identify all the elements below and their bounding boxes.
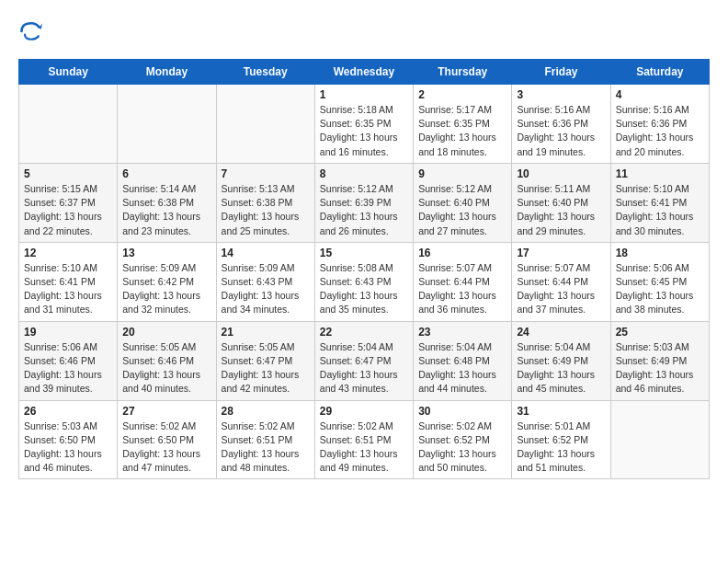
day-info: Sunrise: 5:17 AM Sunset: 6:35 PM Dayligh… [418,103,506,159]
day-number: 1 [320,88,408,101]
calendar-cell: 19Sunrise: 5:06 AM Sunset: 6:46 PM Dayli… [19,321,118,400]
day-of-week-header: Saturday [610,60,709,85]
calendar-cell: 2Sunrise: 5:17 AM Sunset: 6:35 PM Daylig… [414,85,512,164]
day-of-week-header: Sunday [19,60,118,85]
day-info: Sunrise: 5:05 AM Sunset: 6:46 PM Dayligh… [122,340,210,396]
day-info: Sunrise: 5:07 AM Sunset: 6:44 PM Dayligh… [517,261,605,317]
calendar-cell: 27Sunrise: 5:02 AM Sunset: 6:50 PM Dayli… [118,400,216,479]
day-info: Sunrise: 5:02 AM Sunset: 6:51 PM Dayligh… [222,419,310,476]
day-info: Sunrise: 5:16 AM Sunset: 6:36 PM Dayligh… [616,103,704,159]
day-info: Sunrise: 5:02 AM Sunset: 6:50 PM Dayligh… [122,419,210,476]
day-info: Sunrise: 5:08 AM Sunset: 6:43 PM Dayligh… [320,261,408,317]
day-number: 5 [24,167,112,180]
calendar-week-row: 5Sunrise: 5:15 AM Sunset: 6:37 PM Daylig… [19,163,710,242]
day-info: Sunrise: 5:12 AM Sunset: 6:40 PM Dayligh… [418,182,506,238]
day-info: Sunrise: 5:18 AM Sunset: 6:35 PM Dayligh… [320,103,408,159]
day-number: 19 [24,326,112,339]
calendar-cell [216,85,314,164]
calendar-cell: 25Sunrise: 5:03 AM Sunset: 6:49 PM Dayli… [610,321,709,400]
day-number: 29 [320,405,408,418]
calendar-cell: 7Sunrise: 5:13 AM Sunset: 6:38 PM Daylig… [216,163,314,242]
day-info: Sunrise: 5:04 AM Sunset: 6:48 PM Dayligh… [418,340,506,396]
calendar-cell [19,85,118,164]
calendar-cell: 9Sunrise: 5:12 AM Sunset: 6:40 PM Daylig… [414,163,512,242]
calendar-week-row: 19Sunrise: 5:06 AM Sunset: 6:46 PM Dayli… [19,321,710,400]
day-info: Sunrise: 5:11 AM Sunset: 6:40 PM Dayligh… [517,182,605,238]
calendar-cell: 26Sunrise: 5:03 AM Sunset: 6:50 PM Dayli… [19,400,118,479]
day-info: Sunrise: 5:09 AM Sunset: 6:42 PM Dayligh… [122,261,210,317]
day-number: 13 [122,247,210,259]
day-info: Sunrise: 5:03 AM Sunset: 6:49 PM Dayligh… [616,340,704,396]
calendar-cell: 11Sunrise: 5:10 AM Sunset: 6:41 PM Dayli… [610,163,709,242]
day-info: Sunrise: 5:06 AM Sunset: 6:45 PM Dayligh… [616,261,704,317]
day-number: 20 [122,326,210,339]
day-number: 9 [418,167,506,180]
day-number: 11 [616,167,704,180]
logo-icon [18,18,44,44]
day-number: 6 [122,167,210,180]
calendar-cell: 8Sunrise: 5:12 AM Sunset: 6:39 PM Daylig… [314,163,413,242]
day-info: Sunrise: 5:16 AM Sunset: 6:36 PM Dayligh… [517,103,605,159]
day-info: Sunrise: 5:10 AM Sunset: 6:41 PM Dayligh… [616,182,704,238]
calendar-cell [610,400,709,479]
day-info: Sunrise: 5:07 AM Sunset: 6:44 PM Dayligh… [418,261,506,317]
calendar-week-row: 12Sunrise: 5:10 AM Sunset: 6:41 PM Dayli… [19,242,710,321]
calendar-cell: 6Sunrise: 5:14 AM Sunset: 6:38 PM Daylig… [118,163,216,242]
day-number: 30 [418,405,506,418]
calendar-week-row: 1Sunrise: 5:18 AM Sunset: 6:35 PM Daylig… [19,85,710,164]
calendar-cell: 16Sunrise: 5:07 AM Sunset: 6:44 PM Dayli… [414,242,512,321]
day-number: 26 [24,405,112,418]
day-info: Sunrise: 5:05 AM Sunset: 6:47 PM Dayligh… [222,340,310,396]
calendar-cell: 24Sunrise: 5:04 AM Sunset: 6:49 PM Dayli… [512,321,610,400]
day-number: 28 [222,405,310,418]
day-info: Sunrise: 5:04 AM Sunset: 6:49 PM Dayligh… [517,340,605,396]
calendar-cell: 22Sunrise: 5:04 AM Sunset: 6:47 PM Dayli… [314,321,413,400]
day-info: Sunrise: 5:15 AM Sunset: 6:37 PM Dayligh… [24,182,112,238]
day-number: 23 [418,326,506,339]
day-info: Sunrise: 5:14 AM Sunset: 6:38 PM Dayligh… [122,182,210,238]
day-number: 4 [616,88,704,101]
day-info: Sunrise: 5:12 AM Sunset: 6:39 PM Dayligh… [320,182,408,238]
day-info: Sunrise: 5:03 AM Sunset: 6:50 PM Dayligh… [24,419,112,476]
day-info: Sunrise: 5:06 AM Sunset: 6:46 PM Dayligh… [24,340,112,396]
day-number: 22 [320,326,408,339]
day-number: 17 [517,247,605,259]
day-number: 16 [418,247,506,259]
calendar-cell: 13Sunrise: 5:09 AM Sunset: 6:42 PM Dayli… [118,242,216,321]
calendar-cell: 30Sunrise: 5:02 AM Sunset: 6:52 PM Dayli… [414,400,512,479]
day-number: 31 [517,405,605,418]
day-info: Sunrise: 5:10 AM Sunset: 6:41 PM Dayligh… [24,261,112,317]
calendar-cell: 28Sunrise: 5:02 AM Sunset: 6:51 PM Dayli… [216,400,314,479]
calendar-cell: 15Sunrise: 5:08 AM Sunset: 6:43 PM Dayli… [314,242,413,321]
day-of-week-header: Friday [512,60,610,85]
day-info: Sunrise: 5:04 AM Sunset: 6:47 PM Dayligh… [320,340,408,396]
calendar-cell: 14Sunrise: 5:09 AM Sunset: 6:43 PM Dayli… [216,242,314,321]
calendar-cell: 31Sunrise: 5:01 AM Sunset: 6:52 PM Dayli… [512,400,610,479]
calendar-header-row: SundayMondayTuesdayWednesdayThursdayFrid… [19,60,710,85]
calendar-cell: 12Sunrise: 5:10 AM Sunset: 6:41 PM Dayli… [19,242,118,321]
day-info: Sunrise: 5:09 AM Sunset: 6:43 PM Dayligh… [222,261,310,317]
day-number: 25 [616,326,704,339]
calendar-cell: 29Sunrise: 5:02 AM Sunset: 6:51 PM Dayli… [314,400,413,479]
calendar-cell: 17Sunrise: 5:07 AM Sunset: 6:44 PM Dayli… [512,242,610,321]
day-info: Sunrise: 5:13 AM Sunset: 6:38 PM Dayligh… [222,182,310,238]
day-number: 3 [517,88,605,101]
calendar-cell: 18Sunrise: 5:06 AM Sunset: 6:45 PM Dayli… [610,242,709,321]
day-number: 8 [320,167,408,180]
day-number: 7 [222,167,310,180]
day-number: 21 [222,326,310,339]
day-of-week-header: Wednesday [314,60,413,85]
day-number: 18 [616,247,704,259]
calendar-cell: 23Sunrise: 5:04 AM Sunset: 6:48 PM Dayli… [414,321,512,400]
calendar-cell: 20Sunrise: 5:05 AM Sunset: 6:46 PM Dayli… [118,321,216,400]
calendar-cell: 21Sunrise: 5:05 AM Sunset: 6:47 PM Dayli… [216,321,314,400]
day-number: 27 [122,405,210,418]
day-number: 12 [24,247,112,259]
page-header [18,18,710,44]
day-number: 15 [320,247,408,259]
logo [18,18,48,44]
day-info: Sunrise: 5:02 AM Sunset: 6:52 PM Dayligh… [418,419,506,476]
calendar-week-row: 26Sunrise: 5:03 AM Sunset: 6:50 PM Dayli… [19,400,710,479]
day-of-week-header: Tuesday [216,60,314,85]
day-info: Sunrise: 5:01 AM Sunset: 6:52 PM Dayligh… [517,419,605,476]
